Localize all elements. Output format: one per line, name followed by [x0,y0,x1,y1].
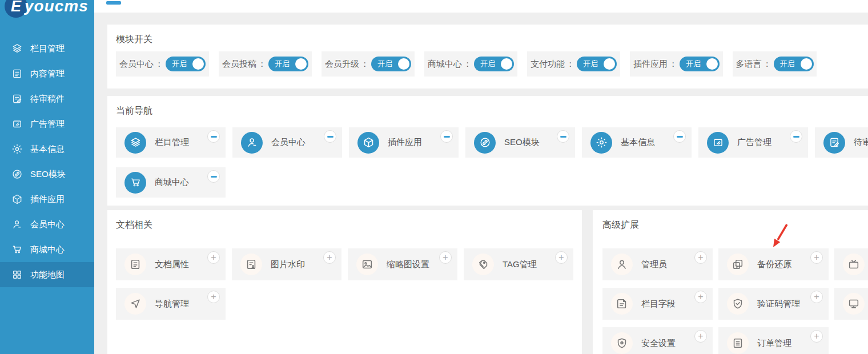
remove-module-button[interactable] [324,130,336,143]
feature-card[interactable]: 验证码管理 + [718,288,829,320]
field-doc-icon [611,293,633,315]
sidebar-item[interactable]: 会员中心 [0,212,94,237]
add-module-button[interactable]: + [810,291,823,303]
toggle-on[interactable]: 开启 [474,57,514,71]
toggle-state-label: 开启 [377,59,392,69]
toggle-on[interactable]: 开启 [268,57,308,71]
nav-plane-icon [124,293,146,315]
sidebar-item-label: 广告管理 [30,119,65,130]
add-module-button[interactable]: + [810,330,823,343]
minus-icon [677,136,683,138]
toggle-on[interactable]: 开启 [774,57,814,71]
nav-module-label: 插件应用 [388,137,422,148]
remove-module-button[interactable] [207,130,220,143]
nav-module-card[interactable]: 栏目管理 [116,127,226,158]
toggle-on[interactable]: 开启 [680,57,720,71]
feature-card[interactable]: 备份还原 + [718,248,829,280]
remove-module-button[interactable] [440,130,453,143]
sidebar-item-label: 待审稿件 [30,94,65,104]
layers-icon [124,132,146,154]
remove-module-button[interactable] [557,130,569,143]
module-switch-colon: ： [669,59,677,70]
add-module-button[interactable]: + [694,291,707,303]
sidebar-item[interactable]: 广告管理 [0,111,94,136]
sidebar-item-label: 功能地图 [30,269,65,280]
advanced-title: 高级扩展 [602,219,868,231]
brand-logo[interactable]: E youcms [5,0,89,18]
nav-module-card[interactable]: 基本信息 [582,127,692,158]
add-module-button[interactable]: + [207,291,220,303]
toggle-knob [801,58,812,70]
feature-card[interactable]: TAG管理 + [464,248,573,280]
nav-module-label: 商城中心 [155,177,189,188]
backup-restore-icon [727,254,749,275]
feature-card[interactable]: 文档属性 + [116,248,226,280]
remove-module-button[interactable] [790,130,802,143]
toggle-knob [604,58,615,70]
nav-module-card[interactable]: 待审稿件 [815,127,868,158]
toggle-knob [501,58,512,70]
nav-module-card[interactable]: 广告管理 [698,127,808,158]
nav-module-card[interactable]: SEO模块 [465,127,575,158]
feature-card[interactable]: 缩略图设置 + [348,248,457,280]
feature-card[interactable]: 图片水印 + [232,248,341,280]
nav-module-card[interactable]: 插件应用 [349,127,459,158]
add-module-button[interactable]: + [555,251,568,264]
add-module-button[interactable]: + [694,330,707,343]
sidebar-item[interactable]: 商城中心 [0,237,94,262]
feature-card[interactable]: + [834,288,868,320]
gear-icon [590,132,612,154]
toggle-on[interactable]: 开启 [166,57,206,71]
sidebar-item[interactable]: 内容管理 [0,61,94,86]
remove-module-button[interactable] [673,130,686,143]
add-module-button[interactable]: + [810,251,823,264]
toggle-on[interactable]: 开启 [371,57,411,71]
sidebar-item[interactable]: 插件应用 [0,187,94,212]
add-module-button[interactable]: + [694,251,707,264]
sidebar-item-label: 商城中心 [30,244,65,255]
feature-card[interactable]: 导航管理 + [116,288,226,320]
sidebar-item[interactable]: 基本信息 [0,136,94,162]
sidebar-item-label: 基本信息 [30,144,65,155]
module-switch-label: 会员中心 [119,59,154,70]
toggle-on[interactable]: 开启 [577,57,617,71]
module-switch-label: 会员投稿 [222,59,256,70]
add-module-button[interactable]: + [323,251,336,264]
nav-module-label: 栏目管理 [155,137,189,148]
menu-collapse-icon[interactable] [106,1,121,5]
advanced-cards: 管理员 + 备份还原 + + 栏目字段 + 验证码管理 + + 安全设置 + 订… [602,248,868,354]
module-switches-title: 模块开关 [116,33,868,46]
add-module-button[interactable]: + [207,251,220,264]
module-switch-label: 插件应用 [633,59,668,70]
sidebar-item-label: 插件应用 [30,194,65,205]
minus-icon [327,136,333,138]
sidebar-item-label: 内容管理 [30,69,65,79]
order-list-icon [727,332,749,354]
sidebar-item-label: 栏目管理 [30,43,65,54]
toggle-state-label: 开启 [275,59,290,69]
sidebar-item[interactable]: 功能地图 [0,262,94,287]
feature-card[interactable]: 管理员 + [602,248,713,280]
nav-module-card[interactable]: 会员中心 [232,127,342,158]
nav-module-card[interactable]: 商城中心 [116,167,226,198]
sidebar-item[interactable]: 待审稿件 [0,86,94,111]
document-related-panel: 文档相关 文档属性 + 图片水印 + 缩略图设置 + TAG管理 + 导航管理 … [107,210,582,354]
feature-card-label: 导航管理 [155,299,189,309]
sidebar-menu: 栏目管理 内容管理 待审稿件 广告管理 基本信息 SEO模块 插件应用 会员中心… [0,36,94,287]
add-module-button[interactable]: + [439,251,452,264]
feature-card[interactable]: + [834,248,868,280]
sidebar-item[interactable]: 栏目管理 [0,36,94,61]
module-switch-label: 多语言 [736,59,762,70]
document-related-title: 文档相关 [116,219,573,231]
feature-card[interactable]: 安全设置 + [602,327,713,354]
feature-card[interactable]: 订单管理 + [718,327,829,354]
minus-icon [793,136,799,138]
remove-module-button[interactable] [207,170,220,183]
logo-e-icon: E [5,0,27,18]
thumbnail-icon [356,254,378,275]
module-switch: 商城中心 ： 开启 [424,51,517,77]
sidebar-item[interactable]: SEO模块 [0,162,94,187]
switch-row: 会员中心 ： 开启 会员投稿 ： 开启 会员升级 ： 开启 商城中心 ： 开启 … [116,51,868,77]
tv-icon [843,254,865,275]
feature-card[interactable]: 栏目字段 + [602,288,713,320]
